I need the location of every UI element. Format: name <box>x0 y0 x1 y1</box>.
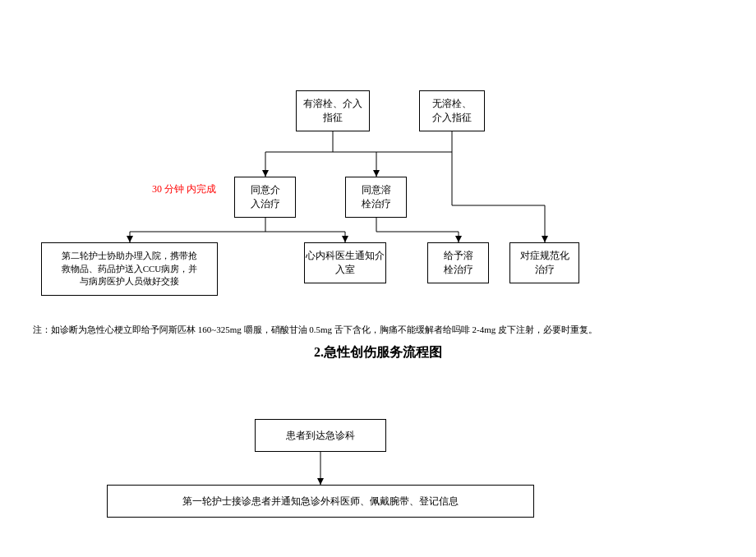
flowchart-2-container: 患者到达急诊科 第一轮护士接诊患者并通知急诊外科医师、佩戴腕带、登记信息 <box>25 378 731 542</box>
section2-flowchart: 2.急性创伤服务流程图 患者到达急诊科 第一轮护士接诊患者并通知急诊外科医师、佩… <box>25 344 731 542</box>
svg-marker-19 <box>342 236 348 242</box>
svg-marker-25 <box>317 478 324 485</box>
box-nurse-reception: 第一轮护士接诊患者并通知急诊外科医师、佩戴腕带、登记信息 <box>107 485 534 518</box>
flowchart-1-container: 30 分钟 内完成 有溶栓、介入 指征 无溶栓、 介入指征 同意介 入治疗 同意… <box>25 25 731 320</box>
box-give-thrombolysis: 给予溶 栓治疗 <box>427 242 489 283</box>
svg-marker-16 <box>127 236 133 242</box>
section1-flowchart: 30 分钟 内完成 有溶栓、介入 指征 无溶栓、 介入指征 同意介 入治疗 同意… <box>25 25 731 336</box>
svg-marker-23 <box>455 236 462 242</box>
box-hospital-admission: 第二轮护士协助办理入院，携带抢 救物品、药品护送入CCU病房，并 与病房医护人员… <box>41 242 218 296</box>
section2-title: 2.急性创伤服务流程图 <box>25 344 731 361</box>
page: 30 分钟 内完成 有溶栓、介入 指征 无溶栓、 介入指征 同意介 入治疗 同意… <box>0 0 756 557</box>
box-notify-doctor: 心内科医生通知介 入室 <box>304 242 386 283</box>
box-has-thrombolysis: 有溶栓、介入 指征 <box>296 90 370 131</box>
time-label: 30 分钟 内完成 <box>152 182 216 196</box>
box-standardized-treatment: 对症规范化 治疗 <box>509 242 579 283</box>
svg-marker-3 <box>262 170 269 177</box>
box-patient-arrival: 患者到达急诊科 <box>255 419 386 452</box>
svg-marker-12 <box>542 236 548 242</box>
section1-note: 注：如诊断为急性心梗立即给予阿斯匹林 160~325mg 嚼服，硝酸甘油 0.5… <box>25 324 731 336</box>
flowchart-2-arrows <box>25 378 731 542</box>
box-no-thrombolysis: 无溶栓、 介入指征 <box>419 90 485 131</box>
box-agree-intervention: 同意介 入治疗 <box>234 177 296 218</box>
svg-marker-6 <box>373 170 380 177</box>
box-agree-thrombolysis: 同意溶 栓治疗 <box>345 177 407 218</box>
